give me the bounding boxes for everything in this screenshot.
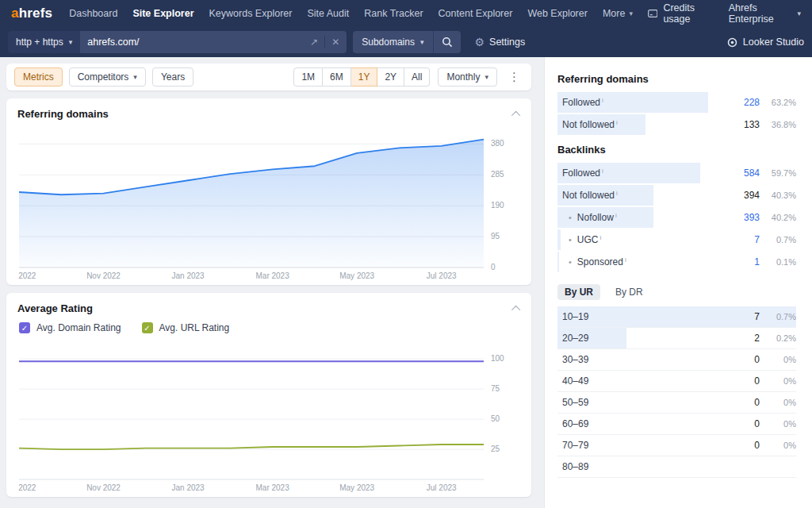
stat-value[interactable]: 1 bbox=[726, 256, 760, 267]
stat-label: Not followedi bbox=[557, 190, 618, 201]
svg-text:May 2023: May 2023 bbox=[339, 271, 374, 280]
average-rating-title: Average Rating bbox=[17, 302, 93, 314]
rating-legend: ✓ Avg. Domain Rating ✓ Avg. URL Rating bbox=[19, 322, 520, 333]
stat-label: •Sponsoredi bbox=[557, 256, 626, 267]
credits-usage[interactable]: Credits usage bbox=[648, 2, 714, 25]
ur-row-20-29: 20–29 2 0.2% bbox=[557, 328, 796, 349]
toolbar-right: 1M 6M 1Y 2Y All Monthly▾ ⋮ bbox=[293, 67, 523, 87]
nav-item-rank-tracker[interactable]: Rank Tracker bbox=[364, 8, 423, 19]
more-options-icon[interactable]: ⋮ bbox=[505, 70, 523, 84]
stat-pct: 59.7% bbox=[760, 168, 796, 178]
referring-domains-chart[interactable]: 095190285380Sep 2022Nov 2022Jan 2023Mar … bbox=[17, 125, 519, 282]
header: ahrefs Dashboard Site Explorer Keywords … bbox=[0, 0, 812, 57]
range-1m-button[interactable]: 1M bbox=[293, 67, 323, 87]
stat-value[interactable]: 228 bbox=[726, 97, 760, 108]
stat-label-text: Nofollow bbox=[577, 212, 614, 223]
info-icon: i bbox=[625, 256, 626, 264]
competitors-dropdown[interactable]: Competitors▾ bbox=[69, 67, 146, 87]
looker-studio-button[interactable]: Looker Studio bbox=[727, 37, 804, 48]
metrics-button[interactable]: Metrics bbox=[14, 67, 63, 87]
legend-avg-url-rating[interactable]: ✓ Avg. URL Rating bbox=[142, 322, 230, 333]
stat-value[interactable]: 393 bbox=[726, 212, 760, 223]
ur-value: 0 bbox=[726, 397, 760, 408]
svg-text:0: 0 bbox=[491, 263, 496, 271]
target-domain-value: ahrefs.com/ bbox=[87, 37, 139, 48]
svg-text:Jan 2023: Jan 2023 bbox=[172, 483, 205, 492]
date-range-segment: 1M 6M 1Y 2Y All bbox=[293, 67, 430, 87]
nav-item-dashboard[interactable]: Dashboard bbox=[69, 8, 117, 19]
protocol-dropdown[interactable]: http + https ▾ bbox=[8, 31, 80, 53]
ur-range: 20–29 bbox=[557, 333, 588, 344]
scope-dropdown[interactable]: Subdomains ▾ bbox=[353, 31, 433, 53]
stat-value[interactable]: 584 bbox=[726, 167, 760, 179]
range-6m-button[interactable]: 6M bbox=[323, 67, 351, 87]
competitors-label: Competitors bbox=[78, 71, 129, 83]
bullet-icon: • bbox=[569, 257, 572, 267]
enterprise-label: Ahrefs Enterprise bbox=[729, 2, 792, 25]
range-2y-button[interactable]: 2Y bbox=[377, 67, 404, 87]
ur-range: 40–49 bbox=[557, 375, 588, 387]
average-rating-chart[interactable]: 255075100Sep 2022Nov 2022Jan 2023Mar 202… bbox=[17, 338, 519, 494]
target-input[interactable]: ahrefs.com/ ↗ ✕ bbox=[80, 31, 347, 53]
target-input-group: http + https ▾ ahrefs.com/ ↗ ✕ bbox=[8, 31, 347, 53]
ur-pct: 0.2% bbox=[760, 333, 796, 343]
nav-item-site-explorer[interactable]: Site Explorer bbox=[132, 8, 193, 19]
nav-item-more[interactable]: More▾ bbox=[603, 8, 633, 19]
nav-item-web-explorer[interactable]: Web Explorer bbox=[527, 8, 588, 19]
stat-pct: 0.7% bbox=[760, 235, 796, 244]
open-in-new-icon[interactable]: ↗ bbox=[310, 37, 318, 48]
stat-label-text: Sponsored bbox=[577, 256, 623, 267]
ur-pct: 0% bbox=[760, 376, 796, 386]
credits-usage-label: Credits usage bbox=[663, 2, 714, 25]
checkbox-checked-icon[interactable]: ✓ bbox=[19, 322, 30, 333]
enterprise-menu[interactable]: Ahrefs Enterprise ▾ bbox=[729, 2, 801, 25]
stat-label-text: Not followed bbox=[562, 190, 615, 201]
info-icon: i bbox=[602, 167, 603, 175]
ahrefs-logo[interactable]: ahrefs bbox=[11, 6, 52, 21]
nav-right: Credits usage Ahrefs Enterprise ▾ bbox=[648, 2, 801, 25]
collapse-chevron-icon[interactable] bbox=[511, 305, 520, 314]
referring-domains-card: Referring domains 095190285380Sep 2022No… bbox=[6, 98, 531, 285]
svg-text:75: 75 bbox=[491, 384, 500, 393]
checkbox-checked-icon[interactable]: ✓ bbox=[142, 322, 153, 333]
tab-by-ur[interactable]: By UR bbox=[557, 284, 600, 300]
ur-pct: 0% bbox=[760, 441, 796, 450]
svg-text:Mar 2023: Mar 2023 bbox=[256, 483, 290, 492]
stat-label-text: UGC bbox=[577, 234, 599, 245]
ur-range: 30–39 bbox=[557, 354, 588, 365]
query-bar: http + https ▾ ahrefs.com/ ↗ ✕ Subdomain… bbox=[0, 27, 812, 57]
years-button[interactable]: Years bbox=[152, 67, 193, 87]
stat-pct: 40.3% bbox=[760, 190, 796, 200]
info-icon: i bbox=[615, 212, 617, 219]
stat-value[interactable]: 7 bbox=[726, 234, 760, 245]
bullet-icon: • bbox=[569, 213, 572, 222]
granularity-dropdown[interactable]: Monthly▾ bbox=[438, 67, 497, 87]
stat-pct: 36.8% bbox=[760, 120, 796, 129]
collapse-chevron-icon[interactable] bbox=[511, 110, 520, 119]
ur-dr-tabs: By UR By DR bbox=[557, 284, 796, 300]
main-column: Metrics Competitors▾ Years 1M 6M 1Y 2Y A… bbox=[6, 64, 531, 497]
ur-value: 0 bbox=[726, 440, 760, 451]
nav-item-keywords-explorer[interactable]: Keywords Explorer bbox=[209, 8, 293, 19]
range-all-button[interactable]: All bbox=[404, 67, 430, 87]
ur-row-50-59: 50–59 0 0% bbox=[557, 392, 796, 414]
search-button[interactable] bbox=[434, 31, 461, 53]
stat-label-text: Followed bbox=[562, 97, 600, 108]
svg-text:Jul 2023: Jul 2023 bbox=[427, 271, 457, 280]
ur-value: 0 bbox=[726, 375, 760, 387]
svg-text:285: 285 bbox=[491, 170, 504, 179]
svg-text:25: 25 bbox=[491, 444, 500, 453]
stat-value: 133 bbox=[726, 119, 760, 130]
top-nav: ahrefs Dashboard Site Explorer Keywords … bbox=[0, 0, 812, 27]
range-1y-button[interactable]: 1Y bbox=[351, 67, 378, 87]
svg-text:Jul 2023: Jul 2023 bbox=[427, 483, 457, 492]
svg-text:380: 380 bbox=[491, 139, 504, 148]
nav-item-content-explorer[interactable]: Content Explorer bbox=[439, 8, 513, 19]
legend-avg-domain-rating[interactable]: ✓ Avg. Domain Rating bbox=[19, 322, 121, 333]
svg-text:100: 100 bbox=[491, 354, 504, 363]
nav-item-site-audit[interactable]: Site Audit bbox=[307, 8, 349, 19]
info-icon: i bbox=[616, 119, 618, 126]
tab-by-dr[interactable]: By DR bbox=[608, 284, 650, 300]
settings-button[interactable]: ⚙ Settings bbox=[475, 36, 526, 48]
clear-input-icon[interactable]: ✕ bbox=[331, 37, 339, 48]
